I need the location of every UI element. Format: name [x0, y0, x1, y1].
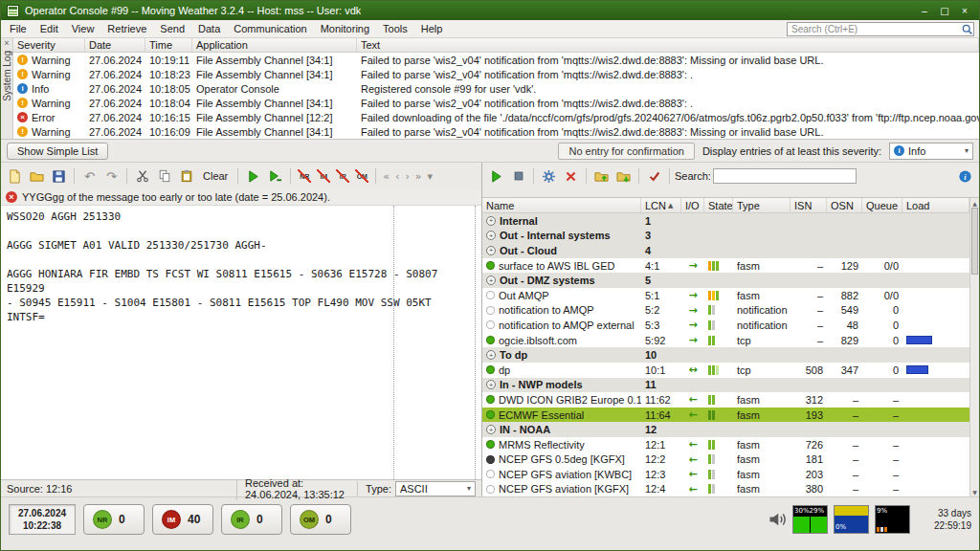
next-message-icon[interactable]: › — [403, 170, 411, 183]
minimize-button-icon[interactable]: – — [916, 4, 933, 18]
channel-column-type[interactable]: Type — [733, 198, 791, 212]
log-row[interactable]: ×Error27.06.202410:16:15File Assembly Ch… — [13, 110, 979, 124]
log-row[interactable]: !Warning27.06.202410:18:23File Assembly … — [13, 67, 979, 81]
channel-row[interactable]: DWD ICON GRIB2 Europe 0.125 ...11:62←fas… — [482, 392, 969, 408]
start-channel-icon[interactable] — [486, 166, 506, 187]
export-channels-icon[interactable] — [591, 166, 612, 187]
import-channels-icon[interactable] — [613, 166, 634, 187]
channel-row[interactable]: +In - NWP models11 — [482, 378, 969, 393]
group-expander-icon[interactable]: + — [486, 276, 496, 285]
global-search-box[interactable] — [787, 22, 974, 36]
channel-row[interactable]: NCEP GFS aviation [KWBC]12:3←fasm203–– — [482, 467, 969, 482]
log-column-date[interactable]: Date — [85, 38, 145, 52]
message-history-dropdown-icon[interactable]: ▾ — [426, 170, 435, 183]
filter-im-icon[interactable]: IM — [315, 167, 332, 185]
group-expander-icon[interactable]: + — [486, 216, 496, 226]
memory-monitor-widget[interactable]: 9% — [875, 505, 910, 534]
no-entry-confirmation-button[interactable]: No entry for confirmation — [558, 143, 694, 160]
channel-search-input[interactable] — [713, 168, 857, 184]
close-button-icon[interactable]: × — [956, 4, 973, 18]
menu-item-file[interactable]: File — [3, 21, 33, 36]
menu-item-view[interactable]: View — [65, 21, 101, 36]
channel-row[interactable]: +Internal1 — [482, 213, 969, 229]
previous-message-icon[interactable]: ‹ — [393, 170, 401, 183]
group-expander-icon[interactable]: + — [486, 380, 496, 389]
status-badge-om[interactable]: OM0 — [290, 504, 351, 535]
group-expander-icon[interactable]: + — [486, 350, 496, 360]
channel-row[interactable]: ogcie.iblsoft.com5:92→tcp–8290 — [482, 333, 969, 348]
log-column-severity[interactable]: Severity — [13, 38, 85, 52]
speaker-icon[interactable] — [768, 510, 787, 529]
channel-column-load[interactable]: Load — [902, 198, 969, 212]
redo-icon[interactable]: ↷ — [101, 166, 122, 187]
channel-row[interactable]: MRMS Reflectivity12:1←fasm726–– — [482, 437, 969, 452]
group-expander-icon[interactable]: + — [486, 246, 496, 255]
channel-row[interactable]: +Out - Internal systems3 — [482, 229, 969, 244]
cpu-monitor-widget[interactable]: 30%29% — [792, 505, 828, 534]
channel-row[interactable]: Out AMQP5:1→fasm–8820/0 — [482, 288, 969, 303]
first-message-icon[interactable]: « — [381, 170, 391, 183]
channel-column-isn[interactable]: ISN — [791, 198, 827, 212]
channel-row[interactable]: +Out - Cloud4 — [482, 243, 969, 258]
channel-row[interactable]: surface to AWS IBL GED4:1→fasm–1290/0 — [482, 258, 969, 274]
log-column-application[interactable]: Application — [192, 38, 357, 52]
channel-column-queue[interactable]: Queue — [862, 198, 902, 212]
log-column-text[interactable]: Text — [357, 38, 979, 52]
cut-icon[interactable] — [132, 166, 152, 187]
status-badge-ir[interactable]: IR0 — [221, 504, 282, 535]
search-icon[interactable] — [961, 23, 973, 35]
channel-column-name[interactable]: Name — [482, 198, 641, 212]
maximize-button-icon[interactable]: □ — [936, 4, 953, 18]
status-badge-im[interactable]: IM40 — [152, 504, 213, 535]
log-row[interactable]: !Warning27.06.202410:16:09File Assembly … — [13, 124, 979, 139]
menu-item-send[interactable]: Send — [153, 21, 191, 36]
network-monitor-widget[interactable]: 0% — [834, 505, 869, 534]
apply-changes-check-icon[interactable] — [644, 166, 664, 187]
group-expander-icon[interactable]: + — [486, 231, 496, 240]
menu-item-data[interactable]: Data — [191, 21, 227, 36]
new-message-icon[interactable] — [5, 166, 25, 187]
save-message-icon[interactable] — [49, 166, 69, 187]
log-row[interactable]: iInfo27.06.202410:18:05Operator ConsoleR… — [13, 81, 979, 96]
filter-om-icon[interactable]: OM — [353, 167, 370, 185]
channel-column-osn[interactable]: OSN — [827, 198, 862, 212]
delete-channel-icon[interactable] — [561, 166, 581, 187]
scrollbar-track[interactable] — [970, 275, 979, 487]
channel-row[interactable]: +To dp10 — [482, 347, 969, 363]
scroll-up-icon[interactable]: ▲ — [970, 198, 979, 208]
open-message-icon[interactable] — [27, 166, 47, 187]
filter-ir-icon[interactable]: IR — [334, 167, 351, 185]
channel-row[interactable]: NCEP GFS aviation [KGFX]12:4←fasm380–– — [482, 482, 969, 496]
close-panel-icon[interactable]: × — [4, 39, 9, 48]
scroll-down-icon[interactable]: ▼ — [970, 487, 979, 496]
log-row[interactable]: !Warning27.06.202410:18:04File Assembly … — [13, 96, 979, 110]
menu-item-help[interactable]: Help — [414, 21, 450, 36]
paste-icon[interactable] — [176, 166, 196, 187]
copy-icon[interactable] — [154, 166, 174, 187]
channel-row[interactable]: +Out - DMZ systems5 — [482, 273, 969, 288]
undo-icon[interactable]: ↶ — [79, 166, 100, 187]
channel-settings-gear-icon[interactable] — [539, 166, 559, 187]
message-text[interactable]: WSSO20 AGGH 251330 AGGG SIGMET A01 VALID… — [7, 209, 476, 324]
send-message-icon[interactable] — [243, 166, 263, 187]
menu-item-retrieve[interactable]: Retrieve — [100, 21, 153, 36]
send-edited-message-icon[interactable] — [265, 166, 285, 187]
message-text-area[interactable]: WSSO20 AGGH 251330 AGGG SIGMET A01 VALID… — [1, 206, 481, 479]
channel-row[interactable]: NCEP GFS 0.5deg [KGFX]12:2←fasm181–– — [482, 452, 969, 468]
severity-filter-dropdown[interactable]: i Info ▾ — [889, 143, 973, 160]
menu-item-tools[interactable]: Tools — [376, 21, 414, 36]
system-log-tab-label[interactable]: System Log — [2, 51, 12, 101]
channel-row[interactable]: +IN - NOAA12 — [482, 422, 969, 437]
channel-row[interactable]: dp10:1↔tcp5083470 — [482, 363, 969, 378]
channel-column-state[interactable]: State — [704, 198, 733, 212]
menu-item-monitoring[interactable]: Monitoring — [314, 21, 376, 36]
status-badge-nr[interactable]: NR0 — [83, 504, 145, 535]
channel-row[interactable]: notification to AMQP5:2→notification–549… — [482, 303, 969, 319]
scrollbar-thumb[interactable] — [971, 208, 978, 275]
menu-item-communication[interactable]: Communication — [227, 21, 313, 36]
filter-nr-icon[interactable]: NR — [296, 167, 313, 185]
log-column-time[interactable]: Time — [145, 38, 192, 52]
log-row[interactable]: !Warning27.06.202410:19:11File Assembly … — [13, 53, 979, 67]
channel-row[interactable]: ECMWF Essential11:64←fasm193–– — [482, 408, 969, 423]
help-icon[interactable]: i — [955, 166, 975, 187]
